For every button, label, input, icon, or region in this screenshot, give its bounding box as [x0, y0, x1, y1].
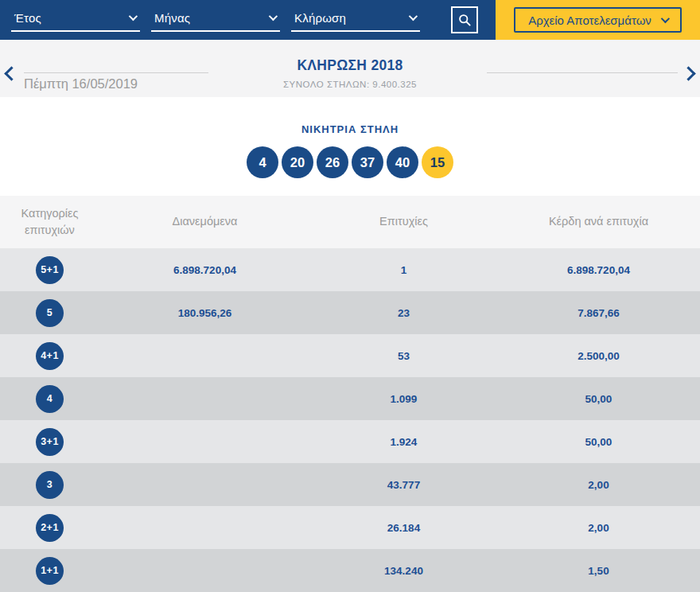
chevron-down-icon — [269, 12, 278, 21]
per-win-value: 50,00 — [497, 436, 700, 448]
chevron-down-icon — [129, 12, 138, 21]
month-dropdown[interactable]: Μήνας — [151, 8, 280, 32]
category-badge: 5+1 — [36, 256, 64, 284]
table-header-row: Κατηγορίες επιτυχιών Διανεμόμενα Επιτυχί… — [0, 196, 700, 248]
wins-value: 1.099 — [310, 393, 497, 405]
winning-column-section: ΝΙΚΗΤΡΙΑ ΣΤΗΛΗ 4 20 26 37 40 15 — [0, 97, 700, 196]
wins-value: 23 — [310, 307, 497, 319]
right-divider-line — [487, 72, 678, 73]
winning-number: 26 — [317, 146, 348, 178]
table-row: 3 43.777 2,00 — [0, 463, 700, 506]
winning-bonus-number: 15 — [422, 146, 453, 178]
chevron-down-icon — [409, 12, 418, 21]
winning-numbers: 4 20 26 37 40 15 — [0, 146, 700, 178]
winning-column-title: ΝΙΚΗΤΡΙΑ ΣΤΗΛΗ — [0, 97, 700, 135]
category-badge: 5 — [36, 299, 64, 327]
wins-value: 1 — [310, 264, 497, 276]
results-table: Κατηγορίες επιτυχιών Διανεμόμενα Επιτυχί… — [0, 196, 700, 592]
table-row: 4+1 53 2.500,00 — [0, 334, 700, 377]
wins-value: 53 — [310, 350, 497, 362]
per-win-value: 50,00 — [497, 393, 700, 405]
category-badge: 1+1 — [36, 557, 64, 585]
draw-dropdown[interactable]: Κλήρωση — [291, 8, 420, 32]
category-badge: 2+1 — [36, 514, 64, 542]
table-row: 1+1 134.240 1,50 — [0, 549, 700, 592]
column-header-distributed: Διανεμόμενα — [99, 213, 310, 230]
draw-dropdown-label: Κλήρωση — [294, 11, 346, 25]
winning-number: 37 — [352, 146, 383, 178]
month-dropdown-label: Μήνας — [154, 11, 190, 25]
draw-subtitle: ΣΥΝΟΛΟ ΣΤΗΛΩΝ: 9.400.325 — [0, 80, 700, 89]
per-win-value: 7.867,66 — [497, 307, 700, 319]
table-row: 2+1 26.184 2,00 — [0, 506, 700, 549]
search-icon — [457, 12, 472, 28]
per-win-value: 2,00 — [497, 479, 700, 491]
year-dropdown-label: Έτος — [14, 11, 41, 25]
wins-value: 26.184 — [310, 522, 497, 534]
draw-title: ΚΛΗΡΩΣΗ 2018 — [0, 57, 700, 74]
column-header-categories: Κατηγορίες επιτυχιών — [10, 205, 90, 239]
table-row: 3+1 1.924 50,00 — [0, 420, 700, 463]
category-badge: 3 — [36, 471, 64, 499]
category-badge: 4+1 — [36, 342, 64, 370]
archive-area: Αρχείο Αποτελεσμάτων — [496, 0, 700, 40]
wins-value: 134.240 — [310, 565, 497, 577]
chevron-down-icon — [661, 14, 670, 23]
search-button[interactable] — [451, 6, 478, 33]
year-dropdown[interactable]: Έτος — [11, 8, 140, 32]
distributed-value: 180.956,26 — [99, 307, 310, 319]
per-win-value: 2,00 — [497, 522, 700, 534]
distributed-value: 6.898.720,04 — [99, 264, 310, 276]
archive-results-label: Αρχείο Αποτελεσμάτων — [528, 14, 651, 27]
category-badge: 4 — [36, 385, 64, 413]
archive-results-button[interactable]: Αρχείο Αποτελεσμάτων — [514, 7, 682, 33]
draw-title-group: ΚΛΗΡΩΣΗ 2018 ΣΥΝΟΛΟ ΣΤΗΛΩΝ: 9.400.325 — [0, 57, 700, 89]
wins-value: 1.924 — [310, 436, 497, 448]
category-badge: 3+1 — [36, 428, 64, 456]
winning-number: 20 — [282, 146, 313, 178]
lottery-results-page: Έτος Μήνας Κλήρωση Αρχείο Αποτελεσμάτων — [0, 0, 700, 592]
winning-number: 40 — [387, 146, 418, 178]
winning-number: 4 — [247, 146, 278, 178]
per-win-value: 2.500,00 — [497, 350, 700, 362]
table-row: 5 180.956,26 23 7.867,66 — [0, 291, 700, 334]
column-header-wins: Επιτυχίες — [310, 213, 497, 230]
wins-value: 43.777 — [310, 479, 497, 491]
column-header-per-win: Κέρδη ανά επιτυχία — [497, 213, 700, 230]
table-row: 4 1.099 50,00 — [0, 377, 700, 420]
per-win-value: 6.898.720,04 — [497, 264, 700, 276]
table-row: 5+1 6.898.720,04 1 6.898.720,04 — [0, 248, 700, 291]
per-win-value: 1,50 — [497, 565, 700, 577]
topbar: Έτος Μήνας Κλήρωση Αρχείο Αποτελεσμάτων — [0, 0, 700, 40]
draw-header: Πέμπτη 16/05/2019 ΚΛΗΡΩΣΗ 2018 ΣΥΝΟΛΟ ΣΤ… — [0, 40, 700, 97]
filters-bar: Έτος Μήνας Κλήρωση — [0, 0, 496, 40]
